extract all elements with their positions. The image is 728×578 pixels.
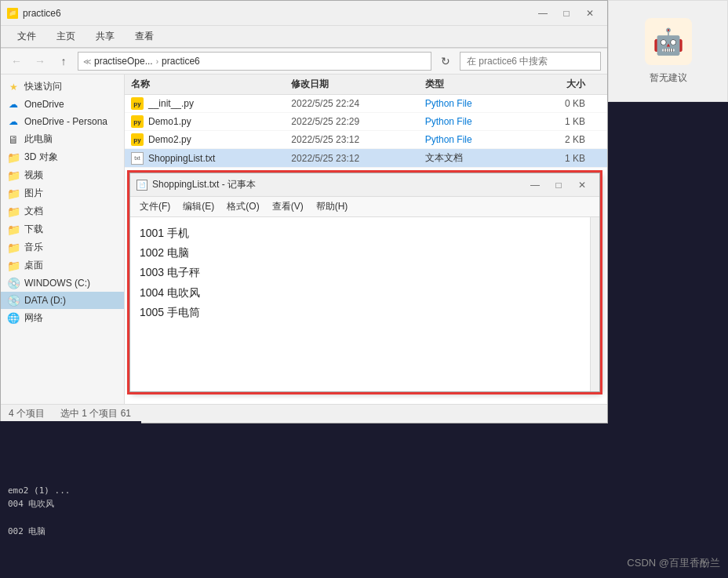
folder-icon-dl: 📁 — [7, 224, 20, 236]
notepad-window: 📄 ShoppingList.txt - 记事本 — □ ✕ 文件(F) 编辑(… — [129, 173, 600, 392]
forward-button[interactable]: → — [31, 52, 49, 71]
notepad-minimize-button[interactable]: — — [524, 177, 546, 193]
window-icon: 📁 — [7, 8, 18, 19]
notepad-menu-help[interactable]: 帮助(H) — [310, 198, 355, 215]
title-bar-icons: 📁 — [7, 8, 18, 19]
maximize-button[interactable]: □ — [555, 5, 577, 21]
file-date: 2022/5/25 23:12 — [291, 134, 424, 145]
file-name-cell: py __init__.py — [131, 97, 291, 110]
sidebar-item-thispc[interactable]: 🖥 此电脑 — [1, 130, 124, 148]
sidebar-item-quickaccess[interactable]: ★ 快速访问 — [1, 78, 124, 96]
tab-home[interactable]: 主页 — [46, 26, 86, 47]
table-row[interactable]: py Demo2.py 2022/5/25 23:12 Python File … — [125, 131, 607, 149]
status-bar: 4 个项目 选中 1 个项目 61 — [1, 404, 607, 423]
file-date: 2022/5/25 22:24 — [291, 98, 424, 109]
tab-file[interactable]: 文件 — [7, 26, 46, 47]
sidebar-label-onedrive-persona: OneDrive - Persona — [24, 116, 107, 127]
ribbon-tabs: 文件 主页 共享 查看 — [1, 26, 607, 48]
tab-share[interactable]: 共享 — [86, 26, 125, 47]
sidebar-label-music: 音乐 — [24, 241, 43, 254]
sidebar-label-desktop: 桌面 — [24, 259, 43, 272]
sidebar-item-desktop[interactable]: 📁 桌面 — [1, 256, 124, 274]
notepad-menu-format[interactable]: 格式(O) — [220, 198, 265, 215]
notepad-menu-file[interactable]: 文件(F) — [133, 198, 177, 215]
table-row[interactable]: py __init__.py 2022/5/25 22:24 Python Fi… — [125, 95, 607, 113]
header-size[interactable]: 大小 — [532, 78, 601, 91]
path-segment-1: practiseOpe... — [94, 56, 153, 67]
folder-icon-desktop: 📁 — [7, 260, 20, 272]
notepad-scrollbar[interactable] — [590, 217, 599, 391]
sidebar-label-3dobjects: 3D 对象 — [24, 151, 58, 164]
title-bar: 📁 practice6 — □ ✕ — [1, 1, 607, 26]
address-path[interactable]: ≪ practiseOpe... › practice6 — [78, 52, 431, 71]
network-icon: 🌐 — [7, 312, 20, 325]
notepad-line-3: 1003 电子秤 — [140, 263, 581, 282]
sidebar-item-onedrive[interactable]: ☁ OneDrive — [1, 96, 124, 113]
notepad-menu-edit[interactable]: 编辑(E) — [177, 198, 220, 215]
file-name-cell: py Demo2.py — [131, 133, 291, 146]
sidebar-label-videos: 视频 — [24, 169, 43, 182]
file-size: 0 KB — [532, 98, 601, 109]
cloud-icon-1: ☁ — [7, 98, 20, 111]
search-input[interactable] — [460, 52, 601, 71]
sidebar-item-videos[interactable]: 📁 视频 — [1, 166, 124, 184]
sidebar-label-downloads: 下载 — [24, 223, 43, 236]
watermark: CSDN @百里香酚兰 — [627, 556, 720, 570]
notepad-maximize-button[interactable]: □ — [548, 177, 570, 193]
sidebar-item-onedrive-persona[interactable]: ☁ OneDrive - Persona — [1, 113, 124, 130]
sidebar: ★ 快速访问 ☁ OneDrive ☁ OneDrive - Persona 🖥… — [1, 75, 125, 404]
notepad-menu-view[interactable]: 查看(V) — [266, 198, 310, 215]
folder-icon-3d: 📁 — [7, 151, 20, 164]
robot-figure: 🤖 — [645, 18, 692, 65]
up-button[interactable]: ↑ — [54, 52, 73, 71]
folder-icon-pics: 📁 — [7, 187, 20, 200]
status-count: 4 个项目 — [9, 407, 45, 420]
notepad-line-5: 1005 手电筒 — [140, 303, 581, 322]
file-name-cell: py Demo1.py — [131, 115, 291, 128]
table-row[interactable]: txt ShoppingList.txt 2022/5/25 23:12 文本文… — [125, 149, 607, 168]
sidebar-label-pictures: 图片 — [24, 187, 43, 200]
header-type[interactable]: 类型 — [425, 78, 532, 91]
sidebar-item-pictures[interactable]: 📁 图片 — [1, 184, 124, 202]
tab-view[interactable]: 查看 — [125, 26, 164, 47]
path-segment-2: practice6 — [162, 56, 200, 67]
file-size: 1 KB — [532, 153, 601, 164]
terminal-line-4: 002 电脑 — [8, 525, 70, 539]
python-file-icon: py — [131, 97, 144, 110]
character-label: 暂无建议 — [650, 71, 687, 85]
sidebar-item-network[interactable]: 🌐 网络 — [1, 309, 124, 327]
notepad-title-text: 📄 ShoppingList.txt - 记事本 — [136, 178, 256, 191]
terminal-text: emo2 (1) ... 004 电吹风 002 电脑 — [8, 484, 70, 539]
sidebar-item-windows-c[interactable]: 💿 WINDOWS (C:) — [1, 274, 124, 292]
sidebar-item-3dobjects[interactable]: 📁 3D 对象 — [1, 148, 124, 166]
back-button[interactable]: ← — [7, 52, 26, 71]
path-separator: › — [156, 57, 158, 66]
sidebar-item-documents[interactable]: 📁 文档 — [1, 202, 124, 220]
close-button[interactable]: ✕ — [579, 5, 601, 21]
sidebar-label-quickaccess: 快速访问 — [24, 80, 62, 93]
sidebar-item-data-d[interactable]: 💿 DATA (D:) — [1, 292, 124, 309]
file-name-cell: txt ShoppingList.txt — [131, 152, 291, 165]
minimize-button[interactable]: — — [532, 5, 554, 21]
terminal-line-1: emo2 (1) ... — [8, 484, 70, 498]
pc-icon: 🖥 — [7, 133, 20, 146]
status-selected: 选中 1 个项目 61 — [60, 407, 131, 420]
notepad-line-4: 1004 电吹风 — [140, 283, 581, 303]
sidebar-item-music[interactable]: 📁 音乐 — [1, 238, 124, 256]
header-date[interactable]: 修改日期 — [291, 78, 424, 91]
header-name[interactable]: 名称 — [131, 78, 291, 91]
file-name: Demo1.py — [148, 116, 191, 127]
file-type: Python File — [425, 116, 532, 127]
terminal-area: emo2 (1) ... 004 电吹风 002 电脑 — [0, 421, 141, 578]
refresh-button[interactable]: ↻ — [436, 52, 455, 71]
drive-icon-c: 💿 — [7, 277, 20, 289]
file-type: 文本文档 — [425, 151, 532, 165]
ribbon: 文件 主页 共享 查看 — [1, 26, 607, 49]
notepad-body: 1001 手机 1002 电脑 1003 电子秤 1004 电吹风 1005 手… — [130, 217, 599, 391]
notepad-content-area[interactable]: 1001 手机 1002 电脑 1003 电子秤 1004 电吹风 1005 手… — [130, 217, 590, 391]
sidebar-item-downloads[interactable]: 📁 下载 — [1, 220, 124, 238]
notepad-line-1: 1001 手机 — [140, 224, 581, 243]
file-name: __init__.py — [148, 98, 194, 109]
notepad-close-button[interactable]: ✕ — [571, 177, 593, 193]
table-row[interactable]: py Demo1.py 2022/5/25 22:29 Python File … — [125, 113, 607, 131]
